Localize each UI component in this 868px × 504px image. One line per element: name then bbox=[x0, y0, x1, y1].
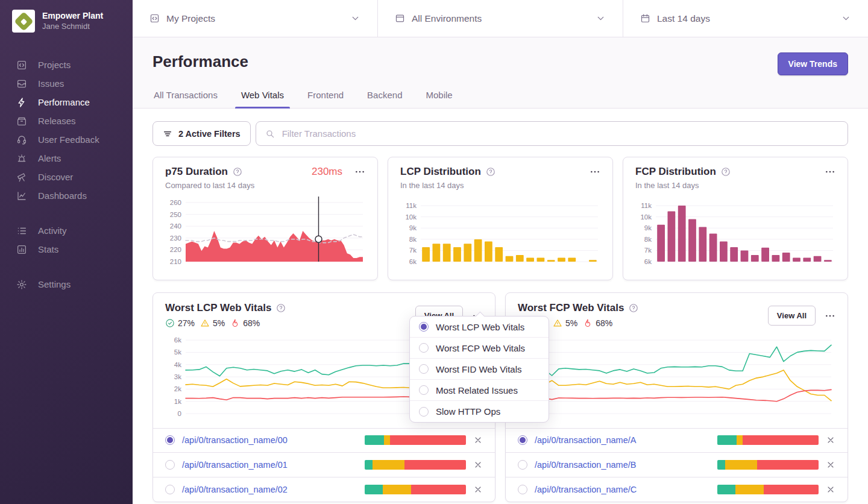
lcp-menu-button[interactable] bbox=[590, 166, 600, 177]
svg-text:6k: 6k bbox=[174, 336, 181, 344]
menu-item-slow-http-ops[interactable]: Slow HTTP Ops bbox=[410, 401, 549, 422]
sidebar-item-discover[interactable]: Discover bbox=[0, 168, 133, 186]
close-icon[interactable] bbox=[826, 485, 835, 494]
svg-text:8k: 8k bbox=[409, 236, 417, 243]
chevron-down-icon bbox=[596, 13, 606, 24]
performance-tabs: All TransactionsWeb VitalsFrontendBacken… bbox=[153, 90, 848, 108]
close-icon[interactable] bbox=[826, 435, 835, 445]
sidebar-item-releases[interactable]: Releases bbox=[0, 112, 133, 130]
svg-text:7k: 7k bbox=[644, 247, 652, 254]
fcp-card-title: FCP Distribution bbox=[635, 166, 716, 178]
svg-text:11k: 11k bbox=[641, 202, 652, 209]
dashboards-icon bbox=[16, 191, 27, 201]
svg-text:6k: 6k bbox=[409, 258, 417, 265]
discover-icon bbox=[16, 172, 27, 183]
transaction-link[interactable]: /api/0/transaction_name/02 bbox=[182, 485, 288, 494]
sidebar-item-stats[interactable]: Stats bbox=[0, 240, 133, 259]
org-switcher[interactable]: Empower Plant Jane Schmidt bbox=[0, 7, 133, 39]
user-feedback-icon bbox=[16, 134, 27, 145]
lcp-card-title: LCP Distribution bbox=[400, 166, 481, 178]
main-area: My Projects All Environments Last 14 day… bbox=[133, 0, 868, 504]
tab-web-vitals[interactable]: Web Vitals bbox=[240, 90, 285, 108]
project-filter-dropdown[interactable]: My Projects bbox=[133, 0, 377, 37]
svg-text:11k: 11k bbox=[406, 202, 417, 209]
transaction-link[interactable]: /api/0/transaction_name/01 bbox=[182, 460, 288, 470]
worst-fcp-web-vitals-card: Worst FCP Web Vitals 27%5%68% View All 6… bbox=[505, 292, 848, 502]
worst-fcp-chart: 6k5k4k3k2k1k0 bbox=[518, 330, 834, 421]
fcp-menu-button[interactable] bbox=[825, 166, 835, 177]
menu-radio[interactable] bbox=[419, 385, 429, 395]
vitals-distribution-bar bbox=[717, 460, 819, 470]
org-logo bbox=[12, 10, 35, 33]
menu-radio[interactable] bbox=[419, 364, 429, 374]
menu-item-worst-fcp-web-vitals[interactable]: Worst FCP Web Vitals bbox=[410, 338, 549, 359]
p75-menu-button[interactable] bbox=[354, 166, 365, 177]
view-trends-button[interactable]: View Trends bbox=[778, 52, 848, 75]
close-icon[interactable] bbox=[473, 485, 483, 494]
transaction-radio[interactable] bbox=[165, 435, 175, 445]
worst-fcp-title: Worst FCP Web Vitals bbox=[518, 302, 624, 314]
transaction-link[interactable]: /api/0/transaction_name/00 bbox=[182, 435, 288, 445]
help-icon[interactable] bbox=[233, 167, 242, 177]
environment-icon bbox=[395, 13, 405, 24]
sidebar-item-performance[interactable]: Performance bbox=[0, 93, 133, 112]
fcp-distribution-chart: 11k10k9k8k7k6k bbox=[635, 194, 835, 269]
sidebar-item-activity[interactable]: Activity bbox=[0, 221, 133, 240]
transaction-row: /api/0/transaction_name/00 bbox=[153, 429, 495, 453]
sidebar-item-projects[interactable]: Projects bbox=[0, 55, 133, 74]
environment-filter-dropdown[interactable]: All Environments bbox=[377, 0, 623, 37]
transaction-row: /api/0/transaction_name/C bbox=[506, 477, 848, 502]
menu-item-worst-lcp-web-vitals[interactable]: Worst LCP Web Vitals bbox=[410, 317, 549, 338]
warning-icon bbox=[553, 318, 562, 328]
transaction-radio[interactable] bbox=[518, 435, 527, 445]
menu-radio[interactable] bbox=[419, 407, 429, 417]
view-all-button[interactable]: View All bbox=[768, 306, 816, 326]
vitals-distribution-bar bbox=[365, 435, 466, 445]
tab-backend[interactable]: Backend bbox=[366, 90, 403, 108]
close-icon[interactable] bbox=[473, 460, 483, 470]
environment-filter-label: All Environments bbox=[412, 13, 482, 24]
fire-icon bbox=[230, 318, 240, 328]
projects-icon bbox=[16, 60, 27, 71]
help-icon[interactable] bbox=[276, 303, 286, 313]
p75-card-title: p75 Duration bbox=[165, 166, 228, 178]
transaction-radio[interactable] bbox=[165, 485, 175, 494]
menu-radio[interactable] bbox=[419, 322, 429, 332]
transaction-link[interactable]: /api/0/transaction_name/B bbox=[535, 460, 636, 470]
transaction-link[interactable]: /api/0/transaction_name/A bbox=[535, 435, 636, 445]
date-range-dropdown[interactable]: Last 14 days bbox=[623, 0, 868, 37]
sidebar-item-user-feedback[interactable]: User Feedback bbox=[0, 130, 133, 149]
help-icon[interactable] bbox=[629, 303, 638, 313]
menu-item-most-related-issues[interactable]: Most Related Issues bbox=[410, 380, 549, 401]
svg-text:250: 250 bbox=[170, 211, 181, 218]
tab-frontend[interactable]: Frontend bbox=[306, 90, 345, 108]
svg-text:220: 220 bbox=[170, 246, 181, 253]
help-icon[interactable] bbox=[486, 167, 495, 177]
svg-text:230: 230 bbox=[170, 235, 181, 242]
svg-text:7k: 7k bbox=[409, 247, 417, 254]
search-input[interactable] bbox=[281, 128, 838, 139]
close-icon[interactable] bbox=[473, 435, 483, 445]
sidebar-item-alerts[interactable]: Alerts bbox=[0, 149, 133, 168]
transaction-radio[interactable] bbox=[518, 460, 527, 470]
close-icon[interactable] bbox=[826, 460, 835, 470]
svg-text:260: 260 bbox=[170, 199, 181, 206]
transaction-radio[interactable] bbox=[165, 460, 175, 470]
worst-fcp-menu-button[interactable] bbox=[825, 310, 835, 321]
active-filters-button[interactable]: 2 Active Filters bbox=[153, 121, 251, 146]
sidebar-item-settings[interactable]: Settings bbox=[0, 275, 133, 294]
menu-item-worst-fid-web-vitals[interactable]: Worst FID Web Vitals bbox=[410, 359, 549, 380]
svg-text:10k: 10k bbox=[640, 213, 652, 221]
fcp-distribution-card: FCP Distribution In the last 14 days 11k… bbox=[623, 157, 848, 280]
p75-duration-chart: 260250240230220210 bbox=[165, 194, 365, 269]
menu-radio[interactable] bbox=[419, 343, 429, 353]
performance-icon bbox=[16, 97, 27, 108]
sidebar-item-issues[interactable]: Issues bbox=[0, 74, 133, 93]
help-icon[interactable] bbox=[721, 167, 731, 177]
sidebar-item-dashboards[interactable]: Dashboards bbox=[0, 186, 133, 205]
tab-all-transactions[interactable]: All Transactions bbox=[153, 90, 219, 108]
tab-mobile[interactable]: Mobile bbox=[424, 90, 453, 108]
fire-icon bbox=[583, 318, 593, 328]
transaction-radio[interactable] bbox=[518, 485, 527, 494]
transaction-link[interactable]: /api/0/transaction_name/C bbox=[535, 485, 637, 494]
